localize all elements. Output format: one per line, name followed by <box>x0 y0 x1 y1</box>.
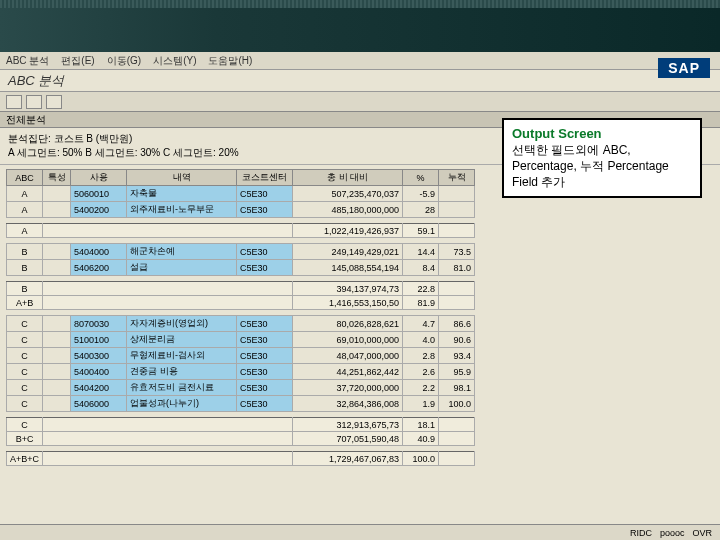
menu-system[interactable]: 시스템(Y) <box>153 54 196 68</box>
th-char: 특성 <box>43 170 71 186</box>
table-row: C8070030자자계증비(영업외)C5E3080,026,828,6214.7… <box>7 316 475 332</box>
callout-title: Output Screen <box>512 126 692 142</box>
data-area: ABC 특성 사용 내역 코스트센터 총 비 대비 % 누적 A5060010자… <box>0 165 720 525</box>
abc-table: ABC 특성 사용 내역 코스트센터 총 비 대비 % 누적 A5060010자… <box>6 169 475 466</box>
header-banner <box>0 0 720 52</box>
th-abc: ABC <box>7 170 43 186</box>
th-cum: 누적 <box>439 170 475 186</box>
table-row: C5404200유효저도비 금전시료C5E3037,720,000,0002.2… <box>7 380 475 396</box>
callout-box: Output Screen 선택한 필드외에 ABC, Percentage, … <box>502 118 702 198</box>
status-end: OVR <box>692 528 712 538</box>
toolbar <box>0 92 720 112</box>
th-desc: 내역 <box>127 170 237 186</box>
sum-a: A1,022,419,426,93759.1 <box>7 224 475 238</box>
status-bar: RIDC poooc OVR <box>0 524 720 540</box>
sum-b: B394,137,974,7322.8 <box>7 282 475 296</box>
table-row: C5400300무형제료비-검사외C5E3048,047,000,0002.89… <box>7 348 475 364</box>
tb-btn-1[interactable] <box>6 95 22 109</box>
table-header-row: ABC 특성 사용 내역 코스트센터 총 비 대비 % 누적 <box>7 170 475 186</box>
th-code: 사용 <box>71 170 127 186</box>
table-row: A5060010자축물C5E30507,235,470,037-5.9 <box>7 186 475 202</box>
sap-logo: SAP <box>658 58 710 78</box>
sum-c: C312,913,675,7318.1 <box>7 418 475 432</box>
status-left: RIDC <box>630 528 652 538</box>
tb-btn-2[interactable] <box>26 95 42 109</box>
th-val: 총 비 대비 <box>293 170 403 186</box>
tb-btn-3[interactable] <box>46 95 62 109</box>
menu-bar: ABC 분석 편집(E) 이동(G) 시스템(Y) 도움말(H) SAP <box>0 52 720 70</box>
table-row: A5400200외주재료비-노무부문C5E30485,180,000,00028 <box>7 202 475 218</box>
th-cc: 코스트센터 <box>237 170 293 186</box>
table-row: C5100100상제분리금C5E3069,010,000,0004.090.6 <box>7 332 475 348</box>
table-row: B5406200설급C5E30145,088,554,1948.481.0 <box>7 260 475 276</box>
sum-abc: A+B+C1,729,467,067,83100.0 <box>7 452 475 466</box>
page-title: ABC 분석 <box>8 72 64 90</box>
menu-abc[interactable]: ABC 분석 <box>6 54 49 68</box>
callout-body: 선택한 필드외에 ABC, Percentage, 누적 Percentage … <box>512 142 692 190</box>
table-row: C5400400견중금 비용C5E3044,251,862,4422.695.9 <box>7 364 475 380</box>
status-right: poooc <box>660 528 685 538</box>
table-row: B5404000해군차손예C5E30249,149,429,02114.473.… <box>7 244 475 260</box>
menu-goto[interactable]: 이동(G) <box>107 54 141 68</box>
menu-help[interactable]: 도움말(H) <box>208 54 252 68</box>
sum-ab: A+B1,416,553,150,5081.9 <box>7 296 475 310</box>
th-pct: % <box>403 170 439 186</box>
menu-edit[interactable]: 편집(E) <box>61 54 94 68</box>
sum-bc: B+C707,051,590,4840.9 <box>7 432 475 446</box>
title-row: ABC 분석 <box>0 70 720 92</box>
table-row: C5406000업불성과(나누기)C5E3032,864,386,0081.91… <box>7 396 475 412</box>
